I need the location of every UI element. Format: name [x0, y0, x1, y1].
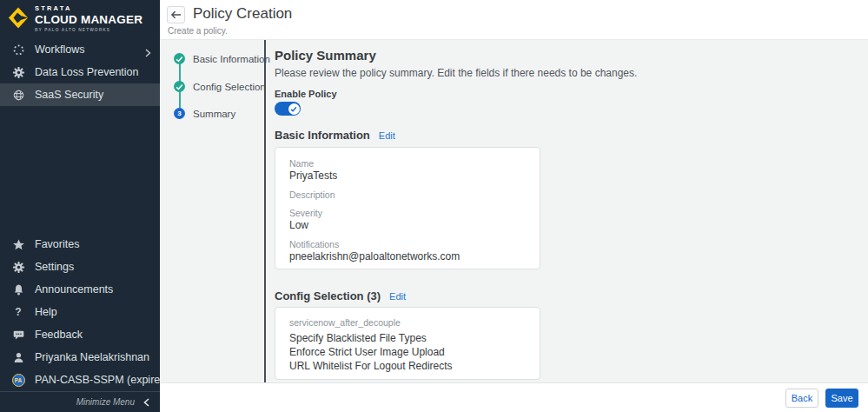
step-basic-information[interactable]: Basic Information	[174, 53, 270, 64]
sidebar-item-saas-security[interactable]: SaaS Security	[0, 83, 160, 106]
sidebar-item-label: Settings	[35, 261, 74, 273]
app-window: STRATA CLOUD MANAGER BY PALO ALTO NETWOR…	[0, 0, 868, 412]
sidebar-item-feedback[interactable]: Feedback	[0, 323, 160, 346]
gear-icon	[11, 65, 25, 79]
workflows-icon	[11, 43, 25, 56]
sidebar-item-label: Help	[35, 306, 57, 318]
arrow-left-icon	[170, 10, 182, 20]
page-header: Policy Creation Create a policy.	[160, 0, 868, 40]
gear-icon	[11, 260, 25, 274]
sidebar-bottom-menu: Favorites Settings	[0, 233, 160, 391]
field-description: Description	[289, 189, 526, 201]
feedback-icon	[11, 328, 25, 342]
chevron-left-icon	[143, 395, 149, 410]
sidebar-item-label: SaaS Security	[35, 89, 103, 101]
brand-line3: BY PALO ALTO NETWORKS	[35, 28, 142, 32]
field-severity: Severity Low	[289, 207, 526, 232]
sidebar-item-label: Priyanka Neelakrishnan	[35, 351, 149, 363]
sidebar-item-label: Workflows	[35, 43, 84, 56]
step-check-icon	[174, 53, 185, 64]
sidebar-item-label: Data Loss Prevention	[35, 66, 139, 78]
summary-title: Policy Summary	[275, 48, 376, 63]
chevron-right-icon	[145, 45, 151, 61]
sidebar-item-settings[interactable]: Settings	[0, 256, 160, 278]
edit-basic-information-link[interactable]: Edit	[379, 130, 395, 141]
question-icon: ?	[11, 305, 25, 319]
field-notifications: Notifications pneelakrishn@paloaltonetwo…	[289, 238, 526, 263]
sidebar: STRATA CLOUD MANAGER BY PALO ALTO NETWOR…	[0, 0, 160, 412]
sidebar-item-user[interactable]: Priyanka Neelakrishnan	[0, 346, 160, 369]
sidebar-main-menu: Workflows	[0, 38, 160, 106]
sidebar-item-help[interactable]: ? Help	[0, 301, 160, 323]
brand-line1: STRATA	[35, 4, 142, 12]
main-panel: Policy Creation Create a policy. Basic I…	[160, 0, 868, 412]
star-icon	[11, 237, 25, 251]
summary-description: Please review the policy summary. Edit t…	[275, 67, 637, 79]
sidebar-item-label: Favorites	[35, 238, 79, 250]
globe-icon	[11, 88, 25, 102]
sidebar-item-data-loss-prevention[interactable]: Data Loss Prevention	[0, 61, 160, 83]
config-item: URL Whitelist For Logout Redirects	[289, 359, 526, 373]
brand-line2: CLOUD MANAGER	[35, 13, 142, 26]
config-item: Specify Blacklisted File Types	[289, 331, 526, 345]
config-item: Enforce Strict User Image Upload	[289, 345, 526, 359]
step-label: Summary	[193, 109, 235, 119]
sidebar-item-tenant[interactable]: PA PAN-CASB-SSPM (expires…	[0, 369, 160, 391]
field-name: Name PriyaTests	[289, 157, 526, 183]
edit-config-selection-link[interactable]: Edit	[389, 291, 406, 302]
strata-logo-icon	[8, 6, 29, 30]
brand-logo[interactable]: STRATA CLOUD MANAGER BY PALO ALTO NETWOR…	[8, 4, 142, 32]
section-title: Basic Information	[275, 129, 370, 142]
action-footer: Back Save	[160, 382, 868, 412]
step-check-icon	[174, 81, 185, 92]
minimize-menu-button[interactable]: Minimize Menu	[0, 391, 160, 412]
sidebar-item-favorites[interactable]: Favorites	[0, 233, 160, 256]
pa-tenant-badge-icon: PA	[12, 374, 25, 387]
step-label: Basic Information	[193, 54, 270, 64]
bell-icon	[11, 282, 25, 296]
config-selection-card: servicenow_after_decouple Specify Blackl…	[275, 307, 540, 380]
stepper-divider	[264, 40, 266, 382]
minimize-menu-label: Minimize Menu	[76, 397, 135, 407]
enable-policy-toggle[interactable]	[275, 102, 301, 116]
content-area: Basic Information Config Selection 3 Sum…	[160, 40, 868, 382]
sidebar-item-workflows[interactable]: Workflows	[0, 38, 160, 61]
basic-information-card: Name PriyaTests Description Severity Low…	[275, 147, 540, 269]
step-label: Config Selection	[193, 82, 266, 92]
page-subtitle: Create a policy.	[168, 26, 228, 36]
toggle-check-icon	[288, 103, 300, 115]
basic-information-heading: Basic Information Edit	[275, 129, 395, 142]
save-button[interactable]: Save	[825, 389, 858, 408]
sidebar-item-label: PAN-CASB-SSPM (expires…	[35, 374, 176, 386]
enable-policy-label: Enable Policy	[275, 89, 337, 99]
step-config-selection[interactable]: Config Selection	[174, 81, 266, 92]
user-icon	[11, 350, 25, 364]
step-summary[interactable]: 3 Summary	[174, 108, 235, 119]
back-arrow-button[interactable]	[167, 6, 185, 23]
config-selection-heading: Config Selection (3) Edit	[275, 289, 406, 302]
sidebar-item-label: Feedback	[35, 329, 83, 341]
sidebar-item-label: Announcements	[35, 283, 113, 296]
page-title: Policy Creation	[193, 5, 292, 23]
step-number-badge: 3	[174, 108, 185, 119]
section-title: Config Selection (3)	[275, 289, 381, 302]
back-button[interactable]: Back	[785, 389, 818, 408]
sidebar-item-announcements[interactable]: Announcements	[0, 278, 160, 301]
config-group-label: servicenow_after_decouple	[289, 316, 526, 329]
